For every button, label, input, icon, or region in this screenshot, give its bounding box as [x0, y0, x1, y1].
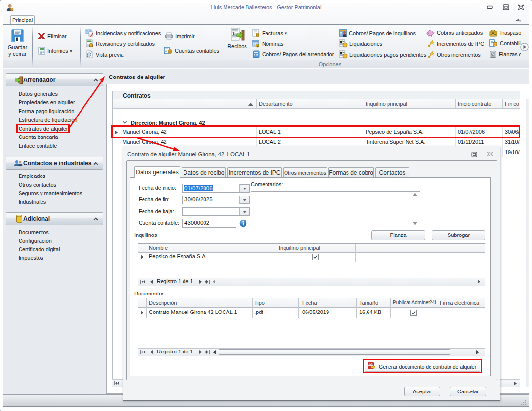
- svg-text:PDF: PDF: [368, 363, 374, 366]
- svg-text:T: T: [232, 31, 235, 36]
- svg-text:u: u: [257, 44, 259, 47]
